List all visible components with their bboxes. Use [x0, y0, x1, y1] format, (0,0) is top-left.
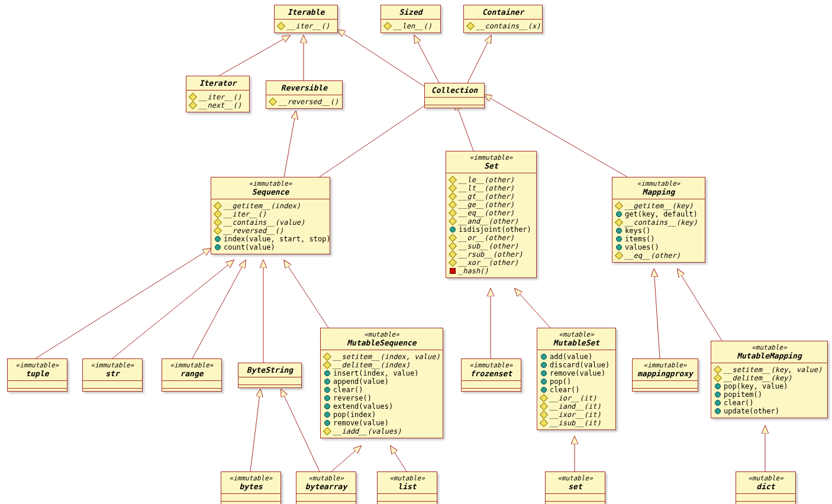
inheritance-edge [281, 389, 320, 471]
class-header: «mutable»MutableSequence [321, 328, 443, 350]
inheritance-edge [414, 35, 439, 83]
method: clear() [715, 399, 824, 407]
method: insert(index, value) [324, 369, 439, 377]
class-compartment [8, 388, 67, 391]
method-signature: __getitem__(index) [224, 202, 301, 210]
method: __setitem__(index, value) [324, 353, 439, 361]
inheritance-edge [112, 260, 234, 358]
abstract-icon [540, 419, 548, 427]
stereotype: «immutable» [216, 180, 325, 188]
class-tuple: «immutable»tuple [7, 358, 67, 392]
concrete-icon [541, 379, 547, 385]
concrete-icon [324, 395, 330, 401]
stereotype: «mutable» [325, 331, 438, 338]
method-signature: insert(index, value) [333, 369, 419, 377]
class-ByteString: ByteString [238, 363, 302, 388]
method: get(key, default) [616, 210, 701, 218]
class-name: bytes [226, 482, 276, 491]
method: values() [616, 243, 701, 251]
method-signature: items() [625, 235, 655, 243]
class-name: MutableMapping [716, 351, 823, 360]
class-body: __getitem__(index)__iter__()__contains__… [211, 199, 330, 254]
inheritance-edge [515, 289, 550, 328]
stereotype: «immutable» [12, 361, 62, 369]
abstract-icon [449, 201, 457, 209]
class-header: «immutable»frozenset [462, 359, 521, 381]
method-signature: __eq__(other) [459, 209, 514, 217]
abstract-icon [449, 250, 457, 259]
stereotype: «mutable» [542, 331, 611, 338]
concrete-icon [541, 354, 547, 360]
inheritance-edge [36, 248, 211, 358]
method-signature: __contains__(value) [224, 218, 305, 227]
class-body [221, 494, 280, 501]
class-body: __setitem__(key, value)__delitem__(key)p… [711, 363, 827, 418]
class-header: Container [464, 5, 542, 20]
abstract-icon [540, 402, 548, 411]
inheritance-edge [320, 101, 432, 177]
inheritance-edge [467, 35, 491, 83]
method: __iter__() [278, 22, 334, 30]
class-mappingproxy: «immutable»mappingproxy [632, 358, 698, 392]
class-body [378, 494, 437, 501]
concrete-icon [541, 370, 547, 376]
method-signature: __contains__(key) [625, 218, 698, 227]
method: __contains__(key) [616, 218, 701, 227]
class-Sized: Sized__len__() [380, 5, 441, 33]
method-signature: index(value, start, stop) [224, 235, 331, 243]
abstract-icon [540, 394, 548, 402]
concrete-icon [715, 408, 721, 414]
class-MutableSequence: «mutable»MutableSequence__setitem__(inde… [320, 328, 443, 438]
inheritance-edge [192, 260, 246, 358]
class-body [736, 494, 795, 501]
abstract-icon [189, 93, 197, 101]
class-header: «immutable»Sequence [211, 177, 330, 199]
method: pop() [541, 377, 612, 386]
method: __reversed__() [215, 227, 326, 235]
stereotype: «immutable» [167, 361, 217, 369]
method-signature: __gt__(other) [459, 192, 514, 201]
method-signature: isdisjoint(other) [459, 225, 531, 234]
method: append(value) [324, 377, 439, 386]
class-name: Sequence [216, 188, 325, 196]
class-header: «immutable»str [83, 359, 142, 381]
class-compartment [238, 385, 301, 387]
abstract-icon [214, 218, 222, 227]
class-body [8, 381, 67, 388]
method: pop(key, value) [715, 382, 824, 390]
class-name: str [88, 369, 137, 378]
method: __next__() [190, 101, 246, 109]
concrete-icon [215, 236, 221, 242]
abstract-icon [189, 101, 197, 109]
method-signature: __xor__(other) [459, 259, 518, 267]
concrete-icon [616, 228, 622, 234]
class-header: Iterator [186, 76, 249, 91]
class-body [238, 377, 301, 385]
method-signature: pop() [550, 377, 571, 386]
stereotype: «mutable» [301, 474, 351, 482]
class-header: «mutable»MutableMapping [711, 341, 827, 363]
method: __lt__(other) [450, 184, 533, 192]
class-name: bytearray [301, 482, 351, 491]
class-name: MutableSequence [325, 338, 438, 347]
abstract-icon [449, 234, 457, 242]
method-signature: count(value) [224, 243, 275, 251]
abstract-icon [323, 361, 331, 369]
method: add(value) [541, 353, 612, 361]
method-signature: __ixor__(it) [550, 411, 601, 419]
method-signature: discard(value) [550, 361, 610, 369]
method: __rsub__(other) [450, 250, 533, 259]
class-body: __getitem__(key)get(key, default)__conta… [612, 199, 705, 262]
method: __getitem__(index) [215, 202, 326, 210]
method-signature: __sub__(other) [459, 242, 518, 250]
method-signature: _hash() [459, 267, 489, 275]
abstract-icon [277, 22, 285, 30]
class-header: «immutable»range [162, 359, 221, 381]
class-compartment [546, 501, 605, 504]
method-signature: remove(value) [333, 419, 389, 427]
concrete-icon [450, 227, 456, 232]
abstract-icon [449, 209, 457, 217]
method-signature: __ior__(it) [550, 394, 596, 402]
abstract-icon [449, 259, 457, 267]
method: clear() [541, 386, 612, 394]
